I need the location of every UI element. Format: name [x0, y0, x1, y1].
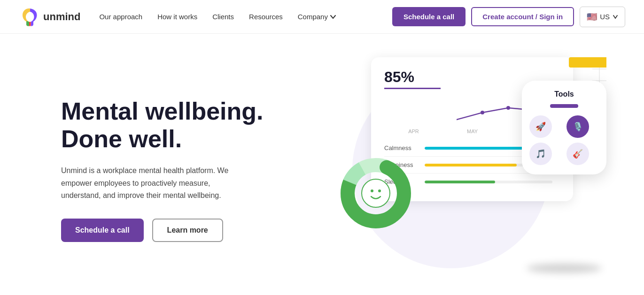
phone-icon-guitar: 🎸 — [566, 143, 589, 165]
schedule-call-button-nav[interactable]: Schedule a call — [392, 7, 466, 26]
flag-icon: 🇺🇸 — [587, 12, 597, 22]
donut-chart — [338, 156, 413, 231]
hero-section: Mental wellbeing. Done well. Unmind is a… — [0, 34, 644, 295]
chevron-down-icon — [330, 14, 336, 20]
hero-description: Unmind is a workplace mental health plat… — [61, 165, 249, 202]
create-account-button[interactable]: Create account / Sign in — [471, 7, 574, 26]
svg-point-0 — [481, 111, 484, 114]
dashboard-underline — [384, 88, 441, 89]
phone-mockup: Tools 🚀 🎙️ 🎵 🎸 — [522, 81, 606, 174]
calmness-bar — [425, 147, 533, 150]
language-selector[interactable]: 🇺🇸 US — [580, 7, 625, 27]
nav-links: Our approach How it works Clients Resour… — [99, 13, 336, 21]
learn-more-button[interactable]: Learn more — [152, 219, 223, 242]
logo[interactable]: unmind — [19, 7, 80, 27]
sleep-bar-bg — [425, 181, 552, 183]
svg-point-1 — [506, 106, 510, 110]
hero-title: Mental wellbeing. Done well. — [61, 98, 305, 154]
nav-link-clients[interactable]: Clients — [212, 13, 234, 21]
hero-content: Mental wellbeing. Done well. Unmind is a… — [61, 98, 305, 242]
phone-icon-music: 🎵 — [529, 143, 552, 165]
phone-shadow — [527, 264, 602, 273]
navbar: unmind Our approach How it works Clients… — [0, 0, 644, 34]
phone-icon-mic: 🎙️ — [566, 115, 589, 138]
lang-label: US — [600, 13, 610, 21]
nav-link-our-approach[interactable]: Our approach — [99, 13, 142, 21]
logo-icon — [19, 7, 39, 27]
happiness-bar — [425, 164, 517, 166]
nav-link-resources[interactable]: Resources — [249, 13, 283, 21]
schedule-call-button-hero[interactable]: Schedule a call — [61, 219, 144, 242]
logo-text: unmind — [43, 11, 80, 23]
top-bar-accent — [569, 57, 606, 68]
hero-buttons: Schedule a call Learn more — [61, 219, 305, 242]
phone-icon-rocket: 🚀 — [529, 115, 552, 138]
nav-right: Schedule a call Create account / Sign in… — [392, 7, 625, 27]
nav-link-how-it-works[interactable]: How it works — [157, 13, 197, 21]
phone-icons-grid: 🚀 🎙️ 🎵 🎸 — [529, 115, 599, 165]
sleep-bar — [425, 181, 495, 183]
hero-visual: 85% APR MAY JUN Calmness — [315, 53, 606, 287]
svg-point-8 — [371, 189, 373, 192]
nav-link-company[interactable]: Company — [298, 13, 336, 21]
svg-point-7 — [362, 179, 390, 207]
phone-title: Tools — [529, 90, 599, 98]
phone-accent-bar — [550, 104, 578, 108]
lang-chevron-icon — [613, 14, 618, 20]
nav-left: unmind Our approach How it works Clients… — [19, 7, 336, 27]
svg-point-9 — [378, 189, 381, 192]
